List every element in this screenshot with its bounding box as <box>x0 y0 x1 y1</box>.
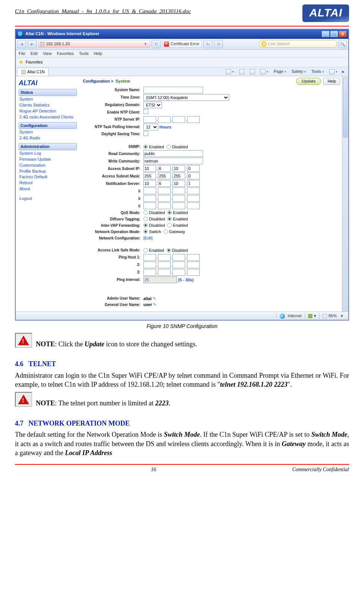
radio-intervap-disabled[interactable] <box>143 223 148 228</box>
ph1-3[interactable] <box>172 254 185 261</box>
help-toolbar-button[interactable]: ▾ <box>327 68 340 75</box>
nav-item-reboot[interactable]: Reboot <box>19 180 77 186</box>
ns3-2[interactable] <box>158 195 171 202</box>
ph3-1[interactable] <box>143 269 156 276</box>
ns2-3[interactable] <box>172 188 185 194</box>
asip-1[interactable] <box>143 165 156 172</box>
overflow-chevron-icon[interactable]: » <box>340 68 345 75</box>
nav-item-system[interactable]: System <box>19 96 77 102</box>
asm-2[interactable] <box>158 173 171 179</box>
print-button[interactable]: ▾ <box>258 68 271 75</box>
certificate-error-button[interactable]: Certificate Error <box>162 40 202 48</box>
asip-3[interactable] <box>172 165 185 172</box>
ntp-ip-4[interactable] <box>187 116 200 123</box>
nav-item-about[interactable]: About <box>19 186 77 192</box>
input-write-community[interactable] <box>143 158 203 164</box>
address-bar[interactable]: 192.168.1.20 ▾ <box>38 40 150 48</box>
help-button[interactable]: Help <box>323 78 340 85</box>
ns2-4[interactable] <box>187 188 200 194</box>
nav-item-clients-stats[interactable]: Clients Statistics <box>19 102 77 108</box>
asm-3[interactable] <box>172 173 185 179</box>
nav-item-factory[interactable]: Factory Default <box>19 174 77 180</box>
ph3-2[interactable] <box>158 269 171 276</box>
tools-menu[interactable]: Tools▾ <box>309 68 326 75</box>
menu-favorites[interactable]: Favorites <box>57 51 74 56</box>
mail-button[interactable] <box>248 68 257 75</box>
nav-forward-button[interactable]: ► <box>28 40 37 48</box>
star-icon[interactable]: ★ <box>19 59 24 66</box>
scrollbar-thumb[interactable] <box>343 78 348 137</box>
address-dropdown-icon[interactable]: ▾ <box>143 41 148 47</box>
refresh-2-button[interactable]: ↻ <box>203 40 212 48</box>
ns2-2[interactable] <box>158 188 171 194</box>
favorites-label[interactable]: Favorites <box>26 59 43 65</box>
ntp-ip-2[interactable] <box>158 116 171 123</box>
ph1-2[interactable] <box>158 254 171 261</box>
radio-gateway[interactable] <box>164 229 168 234</box>
menu-help[interactable]: Help <box>94 51 102 56</box>
ph2-4[interactable] <box>187 262 200 268</box>
ns2-1[interactable] <box>143 188 156 194</box>
checkbox-dst[interactable] <box>143 131 148 136</box>
nav-item-custom[interactable]: Customization <box>19 162 77 168</box>
ph3-3[interactable] <box>172 269 185 276</box>
asip-4[interactable] <box>187 165 200 172</box>
menu-edit[interactable]: Edit <box>31 51 38 56</box>
nav-item-profbk[interactable]: Profile Backup <box>19 168 77 174</box>
input-ping-interval[interactable] <box>143 276 177 283</box>
nav-item-logout[interactable]: Logout <box>19 195 77 201</box>
nav-item-rogue-ap[interactable]: Rogue AP Detection <box>19 108 77 114</box>
ph2-1[interactable] <box>143 262 156 268</box>
ns4-1[interactable] <box>143 202 156 209</box>
ph1-4[interactable] <box>187 254 200 261</box>
radio-intervap-enabled[interactable] <box>167 223 172 228</box>
checkbox-enable-ntp[interactable] <box>143 109 148 114</box>
input-read-community[interactable] <box>143 150 203 157</box>
search-box[interactable]: Live Search <box>259 40 337 48</box>
page-menu[interactable]: Page▾ <box>271 68 289 75</box>
ph3-4[interactable] <box>187 269 200 276</box>
radio-qos-enabled[interactable] <box>167 210 172 215</box>
radio-qos-disabled[interactable] <box>143 210 148 215</box>
radio-als-enabled[interactable] <box>143 248 148 253</box>
ns3-1[interactable] <box>143 195 156 202</box>
ns4-4[interactable] <box>187 202 200 209</box>
radio-switch[interactable] <box>143 229 148 234</box>
ns4-2[interactable] <box>158 202 171 209</box>
ph1-1[interactable] <box>143 254 156 261</box>
ns-4[interactable] <box>187 180 200 187</box>
ntp-ip-1[interactable] <box>143 116 156 123</box>
asip-2[interactable] <box>158 165 171 172</box>
feeds-button[interactable] <box>237 68 247 75</box>
edit-admin-icon[interactable]: ✎ <box>153 296 156 301</box>
search-go-button[interactable]: 🔍 <box>339 40 347 48</box>
select-reg-domain[interactable]: ETSI <box>143 102 162 108</box>
ns-1[interactable] <box>143 180 156 187</box>
radio-als-disabled[interactable] <box>167 248 171 253</box>
ns-3[interactable] <box>172 180 185 187</box>
edit-general-icon[interactable]: ✎ <box>153 302 156 307</box>
ph2-2[interactable] <box>158 262 171 268</box>
safety-menu[interactable]: Safety▾ <box>289 68 308 75</box>
ns3-3[interactable] <box>172 195 185 202</box>
ns-2[interactable] <box>158 180 171 187</box>
ns3-4[interactable] <box>187 195 200 202</box>
radio-diffserv-enabled[interactable] <box>167 217 172 221</box>
stop-button[interactable]: ✕ <box>214 40 223 48</box>
input-system-name[interactable] <box>143 87 203 93</box>
radio-diffserv-disabled[interactable] <box>143 217 148 221</box>
select-time-zone[interactable]: (GMT-12:00) Kwajalein <box>143 94 229 101</box>
menu-tools[interactable]: Tools <box>79 51 89 56</box>
radio-snmp-disabled[interactable] <box>167 145 171 149</box>
refresh-button[interactable]: ↻ <box>152 40 161 48</box>
menu-view[interactable]: View <box>43 51 52 56</box>
nav-item-24g-clients[interactable]: 2.4G radio Associated Clients <box>19 114 77 120</box>
nav-item-fwupdate[interactable]: Firmware Update <box>19 156 77 162</box>
ns4-3[interactable] <box>172 202 185 209</box>
asm-1[interactable] <box>143 173 156 179</box>
nav-item-cfg-24g[interactable]: 2.4G Radio <box>19 135 77 141</box>
select-ntp-polling[interactable]: 12 <box>143 124 158 130</box>
nav-item-syslog[interactable]: System Log <box>19 150 77 156</box>
radio-snmp-enabled[interactable] <box>143 145 148 149</box>
ph2-3[interactable] <box>172 262 185 268</box>
